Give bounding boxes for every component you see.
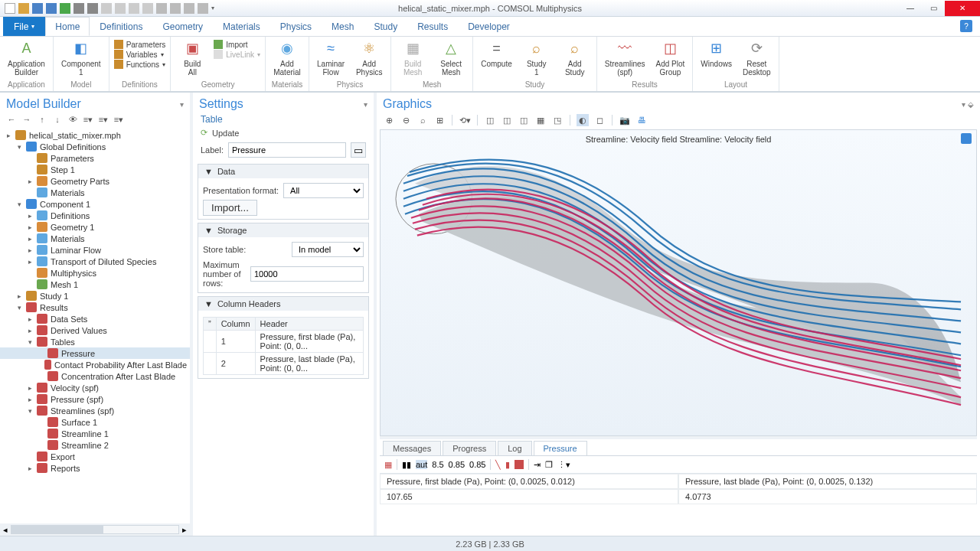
- tree-node[interactable]: Export: [0, 451, 190, 462]
- tree-node[interactable]: ▾Streamlines (spf): [0, 405, 190, 416]
- component-button[interactable]: ◧Component 1: [58, 38, 104, 77]
- tree-node[interactable]: Multiphysics: [0, 267, 190, 279]
- zoom-in-icon[interactable]: ⊕: [383, 114, 395, 126]
- tree-node[interactable]: Step 1: [0, 164, 190, 175]
- panel-menu-icon[interactable]: ▾: [364, 100, 368, 109]
- show-icon[interactable]: 👁: [67, 114, 78, 125]
- add-physics-button[interactable]: ⚛Add Physics: [352, 38, 386, 77]
- tree-node[interactable]: ▾Global Definitions: [0, 141, 190, 152]
- column-headers-table[interactable]: ”ColumnHeader 1Pressure, first blade (Pa…: [203, 317, 364, 375]
- tree-node[interactable]: Streamline 1: [0, 428, 190, 439]
- menu-tab-physics[interactable]: Physics: [270, 17, 322, 36]
- file-menu[interactable]: File▾: [3, 17, 45, 36]
- select-mesh-button[interactable]: △Select Mesh: [434, 38, 468, 77]
- up-icon[interactable]: ↑: [37, 114, 47, 125]
- data-section-header[interactable]: ▼Data: [198, 165, 368, 178]
- tree-node[interactable]: ▸Study 1: [0, 290, 190, 302]
- back-icon[interactable]: ←: [6, 114, 17, 125]
- plot-bar-icon[interactable]: ▮: [505, 460, 510, 470]
- tree-node[interactable]: ▾Component 1: [0, 198, 190, 210]
- tree-node[interactable]: ▸Data Sets: [0, 313, 190, 324]
- bottom-tab-pressure[interactable]: Pressure: [534, 441, 587, 455]
- menu-tab-mesh[interactable]: Mesh: [322, 17, 364, 36]
- menu-tab-geometry[interactable]: Geometry: [152, 17, 213, 36]
- laminar-flow-button[interactable]: ≈Laminar Flow: [314, 38, 348, 77]
- application-builder-button[interactable]: AApplication Builder: [5, 38, 48, 77]
- snapshot-icon[interactable]: 📷: [619, 114, 631, 126]
- plot-line-icon[interactable]: ╲: [495, 460, 501, 470]
- print-icon[interactable]: 🖶: [635, 114, 648, 126]
- view-3d-icon[interactable]: ◳: [551, 114, 564, 126]
- store-table-select[interactable]: In model: [292, 242, 364, 257]
- tree-node[interactable]: ▸helical_static_mixer.mph: [0, 129, 190, 141]
- update-button[interactable]: ⟳Update: [193, 126, 374, 139]
- variables-button[interactable]: Variables▾: [114, 50, 166, 59]
- qat-del-icon[interactable]: [142, 3, 153, 14]
- maximize-button[interactable]: ▭: [922, 1, 945, 16]
- menu-tab-results[interactable]: Results: [407, 17, 458, 36]
- presentation-format-select[interactable]: All: [283, 183, 364, 198]
- study1-button[interactable]: ⌕Study 1: [520, 38, 554, 77]
- tree-node[interactable]: Contact Probability After Last Blade: [0, 359, 190, 370]
- tree-node[interactable]: Mesh 1: [0, 279, 190, 290]
- tree-node[interactable]: ▸Velocity (spf): [0, 382, 190, 393]
- copy-table-icon[interactable]: ❐: [545, 460, 553, 470]
- qat-open-icon[interactable]: [18, 3, 29, 14]
- import-button[interactable]: Import: [214, 40, 260, 49]
- label-link-button[interactable]: ▭: [351, 142, 366, 158]
- zoom-box-icon[interactable]: ⌕: [416, 114, 429, 126]
- down-icon[interactable]: ↓: [52, 114, 63, 125]
- view-grid-icon[interactable]: ▦: [534, 114, 547, 126]
- qat-paste-icon[interactable]: [115, 3, 126, 14]
- tree-node[interactable]: Materials: [0, 187, 190, 198]
- tree-node[interactable]: Concentration After Last Blade: [0, 370, 190, 382]
- tree-node[interactable]: ▾Results: [0, 302, 190, 313]
- label-input[interactable]: [228, 142, 346, 158]
- rotate-icon[interactable]: ⟲▾: [459, 114, 471, 126]
- expand-icon[interactable]: ≡▾: [98, 114, 109, 125]
- qat-copy-icon[interactable]: [101, 3, 112, 14]
- menu-tab-study[interactable]: Study: [364, 17, 407, 36]
- add-study-button[interactable]: ⌕Add Study: [558, 38, 592, 77]
- tree-node[interactable]: ▸Definitions: [0, 210, 190, 221]
- menu-tab-materials[interactable]: Materials: [213, 17, 270, 36]
- functions-button[interactable]: Functions▾: [114, 60, 166, 69]
- tree-node[interactable]: ▸Laminar Flow: [0, 244, 190, 256]
- forward-icon[interactable]: →: [21, 114, 32, 125]
- qat-dropdown-icon[interactable]: ▾: [211, 5, 214, 11]
- qat-saveas-icon[interactable]: [46, 3, 57, 14]
- tree-node[interactable]: ▸Pressure (spf): [0, 393, 190, 405]
- bottom-tab-log[interactable]: Log: [498, 441, 531, 455]
- reset-desktop-button[interactable]: ⟳Reset Desktop: [740, 38, 774, 77]
- parameters-button[interactable]: Parameters: [114, 40, 166, 49]
- compute-button[interactable]: =Compute: [478, 38, 515, 68]
- qat-save-icon[interactable]: [32, 3, 43, 14]
- view-xz-icon[interactable]: ◫: [518, 114, 530, 126]
- menu-tab-home[interactable]: Home: [45, 17, 90, 36]
- decimal-icon[interactable]: 8.5: [432, 460, 443, 469]
- tree-scrollbar[interactable]: ◂▸: [0, 523, 190, 536]
- format-full-icon[interactable]: ▮▮: [402, 460, 411, 470]
- minimize-button[interactable]: —: [899, 1, 922, 16]
- add-material-button[interactable]: ◉Add Material: [270, 38, 304, 77]
- qat-cut-icon[interactable]: [129, 3, 139, 14]
- panel-menu-icon[interactable]: ▾: [180, 100, 184, 109]
- close-button[interactable]: ✕: [945, 1, 980, 16]
- collapse-icon[interactable]: ≡▾: [83, 114, 93, 125]
- view-xy-icon[interactable]: ◫: [484, 114, 496, 126]
- tree-node[interactable]: Streamline 2: [0, 439, 190, 451]
- qat-x3-icon[interactable]: [184, 3, 194, 14]
- qat-redo-icon[interactable]: [87, 3, 98, 14]
- precision-icon[interactable]: 0.85: [449, 460, 465, 469]
- max-rows-input[interactable]: [250, 266, 364, 282]
- graphics-canvas[interactable]: Streamline: Velocity field Streamline: V…: [380, 129, 977, 436]
- list-icon[interactable]: ≡▾: [113, 114, 124, 125]
- qat-icon[interactable]: [5, 3, 15, 14]
- bottom-tab-progress[interactable]: Progress: [443, 441, 496, 455]
- tree-node[interactable]: ▸Reports: [0, 462, 190, 474]
- qat-x4-icon[interactable]: [198, 3, 208, 14]
- qat-x1-icon[interactable]: [156, 3, 167, 14]
- tree-node[interactable]: ▸Geometry Parts: [0, 175, 190, 187]
- tree-node[interactable]: ▸Materials: [0, 233, 190, 244]
- help-button[interactable]: ?: [960, 20, 972, 32]
